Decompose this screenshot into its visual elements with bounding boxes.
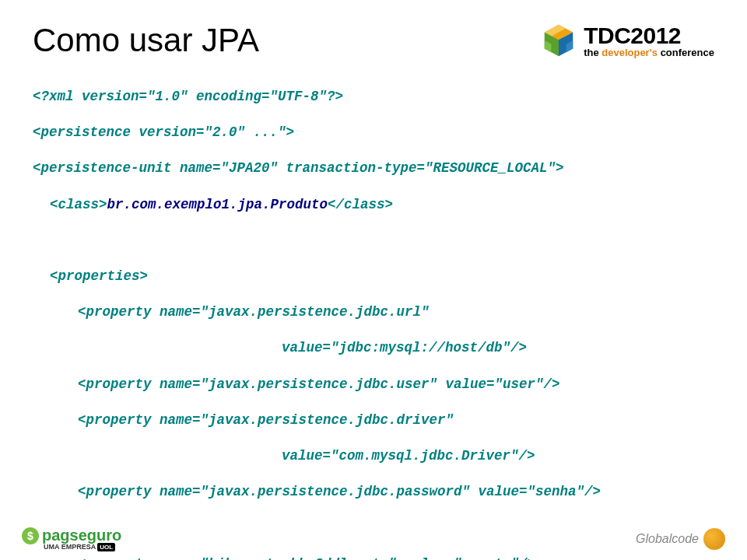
tdc-logo: TDC2012 the developer's conference bbox=[540, 22, 714, 59]
globe-icon bbox=[703, 528, 725, 550]
logo-sub: the developer's conference bbox=[584, 47, 714, 58]
logo-main: TDC2012 bbox=[584, 24, 714, 47]
globalcode-logo: Globalcode bbox=[636, 528, 725, 550]
cube-icon bbox=[540, 22, 577, 59]
footer: $ pagseguro UMA EMPRESA UOL Globalcode bbox=[0, 527, 747, 551]
pagseguro-logo: $ pagseguro UMA EMPRESA UOL bbox=[22, 527, 121, 551]
slide-title: Como usar JPA bbox=[33, 22, 259, 59]
dollar-icon: $ bbox=[22, 527, 39, 544]
code-block: <?xml version="1.0" encoding="UTF-8"?> <… bbox=[33, 70, 714, 560]
